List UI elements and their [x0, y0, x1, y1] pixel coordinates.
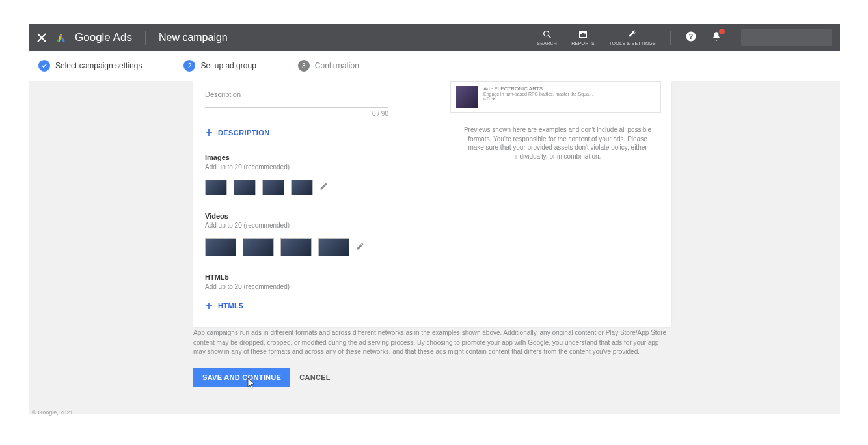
- video-thumb[interactable]: [243, 238, 274, 256]
- edit-images-button[interactable]: [319, 182, 328, 193]
- video-thumb[interactable]: [205, 238, 236, 256]
- svg-text:?: ?: [689, 32, 693, 40]
- images-title: Images: [205, 154, 388, 161]
- video-thumb[interactable]: [318, 238, 349, 256]
- pencil-icon: [319, 182, 328, 191]
- notification-badge: [719, 29, 725, 34]
- html5-subtitle: Add up to 20 (recommended): [205, 283, 388, 290]
- preview-thumb: [456, 86, 478, 108]
- add-description-label: DESCRIPTION: [218, 129, 270, 137]
- svg-point-5: [543, 31, 549, 36]
- divider: [145, 31, 146, 45]
- page-title: New campaign: [159, 32, 228, 44]
- svg-rect-9: [582, 33, 584, 37]
- plus-icon: [205, 302, 213, 310]
- preview-column: Ad · ELECTRONIC ARTS Engage in turn-base…: [450, 81, 671, 161]
- footer-copyright: © Google, 2021: [29, 409, 73, 416]
- step-2-label: Set up ad group: [200, 61, 256, 70]
- preview-ad-desc: Engage in turn-based RPG battles, master…: [483, 92, 593, 96]
- preview-ad-rating: 4.5 ★: [483, 96, 593, 101]
- videos-subtitle: Add up to 20 (recommended): [205, 222, 388, 229]
- search-button[interactable]: SEARCH: [537, 29, 557, 46]
- reports-button[interactable]: REPORTS: [571, 29, 595, 46]
- svg-rect-10: [584, 34, 586, 37]
- check-icon: [38, 60, 50, 72]
- description-label: Description: [205, 90, 388, 98]
- step-connector: [262, 66, 293, 66]
- topbar-left: Google Ads New campaign: [37, 31, 228, 45]
- preview-disclaimer: Previews shown here are examples and don…: [450, 119, 671, 161]
- preview-text: Ad · ELECTRONIC ARTS Engage in turn-base…: [483, 86, 593, 108]
- html5-title: HTML5: [205, 273, 388, 281]
- image-thumb[interactable]: [234, 180, 256, 195]
- description-input[interactable]: [205, 107, 388, 108]
- account-switcher[interactable]: [741, 29, 832, 46]
- edit-videos-button[interactable]: [356, 241, 364, 253]
- ad-group-card: Description 0 / 90 DESCRIPTION Images Ad…: [193, 81, 671, 327]
- svg-rect-8: [580, 34, 582, 37]
- divider: [670, 31, 671, 45]
- close-icon[interactable]: [37, 33, 46, 42]
- images-subtitle: Add up to 20 (recommended): [205, 163, 388, 170]
- tools-button[interactable]: TOOLS & SETTINGS: [609, 29, 656, 46]
- add-html5-label: HTML5: [218, 302, 243, 310]
- image-thumb[interactable]: [291, 180, 313, 195]
- cursor-icon: [247, 377, 256, 392]
- bottom-disclaimer: App campaigns run ads in different forma…: [193, 329, 671, 357]
- search-icon: [542, 29, 552, 40]
- app-frame: Google Ads New campaign SEARCH REPORTS T…: [29, 24, 840, 414]
- brand-text: Google Ads: [75, 31, 132, 44]
- add-description-button[interactable]: DESCRIPTION: [205, 129, 388, 137]
- reports-icon: [578, 29, 588, 40]
- stepper: Select campaign settings 2 Set up ad gro…: [29, 51, 840, 81]
- step-2-circle: 2: [183, 60, 195, 72]
- help-button[interactable]: ?: [685, 31, 697, 45]
- button-row: SAVE AND CONTINUE CANCEL: [193, 368, 331, 387]
- cancel-button[interactable]: CANCEL: [299, 373, 331, 381]
- step-3-circle: 3: [298, 60, 310, 72]
- svg-point-4: [57, 39, 59, 42]
- image-thumb[interactable]: [205, 180, 227, 195]
- tools-label: TOOLS & SETTINGS: [609, 41, 656, 46]
- video-thumb[interactable]: [280, 238, 312, 256]
- pencil-icon: [356, 242, 364, 250]
- wrench-icon: [627, 29, 638, 40]
- save-and-continue-button[interactable]: SAVE AND CONTINUE: [193, 368, 290, 387]
- main-area: Description 0 / 90 DESCRIPTION Images Ad…: [29, 81, 840, 414]
- preview-ad-label: Ad · ELECTRONIC ARTS: [483, 86, 593, 92]
- google-ads-logo: [55, 33, 66, 43]
- image-thumbnails: [205, 180, 388, 195]
- step-3-label: Confirmation: [315, 61, 359, 70]
- description-counter: 0 / 90: [205, 110, 388, 117]
- step-connector: [147, 66, 178, 66]
- reports-label: REPORTS: [571, 41, 595, 46]
- step-2[interactable]: 2 Set up ad group: [183, 60, 256, 72]
- ad-preview: Ad · ELECTRONIC ARTS Engage in turn-base…: [450, 81, 661, 113]
- notifications-button[interactable]: [711, 31, 722, 44]
- plus-icon: [205, 129, 213, 137]
- topbar-right: SEARCH REPORTS TOOLS & SETTINGS ?: [537, 29, 832, 46]
- step-1[interactable]: Select campaign settings: [38, 60, 142, 72]
- step-3: 3 Confirmation: [298, 60, 359, 72]
- search-label: SEARCH: [537, 41, 557, 46]
- help-icon: ?: [685, 31, 697, 42]
- step-1-label: Select campaign settings: [55, 61, 142, 70]
- add-html5-button[interactable]: HTML5: [205, 302, 388, 310]
- topbar: Google Ads New campaign SEARCH REPORTS T…: [29, 24, 840, 51]
- svg-line-6: [549, 36, 550, 38]
- form-column: Description 0 / 90 DESCRIPTION Images Ad…: [193, 81, 400, 310]
- image-thumb[interactable]: [262, 180, 284, 195]
- videos-title: Videos: [205, 212, 388, 220]
- video-thumbnails: [205, 238, 388, 256]
